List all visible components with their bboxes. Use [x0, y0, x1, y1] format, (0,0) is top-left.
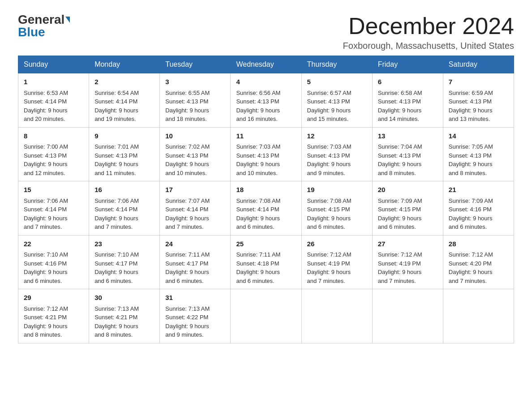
day-info: Sunrise: 7:03 AMSunset: 4:13 PMDaylight:… [307, 143, 352, 176]
calendar-day-cell [443, 289, 514, 343]
day-number: 5 [307, 77, 367, 87]
logo-triangle-icon [65, 17, 70, 23]
day-number: 18 [236, 185, 296, 195]
weekday-header-sunday: Sunday [18, 56, 89, 73]
day-number: 31 [165, 293, 225, 303]
calendar-day-cell: 4 Sunrise: 6:56 AMSunset: 4:13 PMDayligh… [231, 73, 301, 128]
weekday-header-friday: Friday [372, 56, 443, 73]
calendar-day-cell: 15 Sunrise: 7:06 AMSunset: 4:14 PMDaylig… [18, 181, 89, 235]
day-number: 15 [24, 185, 83, 195]
day-info: Sunrise: 7:06 AMSunset: 4:14 PMDaylight:… [94, 197, 139, 231]
logo-blue: Blue [18, 25, 45, 39]
day-number: 26 [307, 239, 367, 249]
calendar-day-cell [301, 289, 372, 343]
calendar-day-cell: 14 Sunrise: 7:05 AMSunset: 4:13 PMDaylig… [443, 127, 514, 181]
calendar-day-cell: 24 Sunrise: 7:11 AMSunset: 4:17 PMDaylig… [160, 235, 231, 289]
day-number: 10 [165, 131, 225, 141]
day-info: Sunrise: 7:12 AMSunset: 4:20 PMDaylight:… [449, 251, 493, 284]
day-number: 4 [236, 77, 296, 87]
day-info: Sunrise: 7:01 AMSunset: 4:13 PMDaylight:… [94, 143, 139, 176]
day-info: Sunrise: 6:57 AMSunset: 4:13 PMDaylight:… [307, 90, 352, 123]
day-info: Sunrise: 6:54 AMSunset: 4:14 PMDaylight:… [94, 90, 139, 123]
calendar-day-cell: 23 Sunrise: 7:10 AMSunset: 4:17 PMDaylig… [89, 235, 160, 289]
day-number: 16 [94, 185, 154, 195]
day-number: 20 [378, 185, 438, 195]
day-info: Sunrise: 7:11 AMSunset: 4:18 PMDaylight:… [236, 251, 280, 284]
day-number: 22 [24, 239, 83, 249]
weekday-header-thursday: Thursday [301, 56, 372, 73]
calendar-day-cell: 31 Sunrise: 7:13 AMSunset: 4:22 PMDaylig… [160, 289, 231, 343]
calendar-day-cell: 7 Sunrise: 6:59 AMSunset: 4:13 PMDayligh… [443, 73, 514, 128]
calendar-day-cell: 22 Sunrise: 7:10 AMSunset: 4:16 PMDaylig… [18, 235, 89, 289]
calendar-day-cell: 25 Sunrise: 7:11 AMSunset: 4:18 PMDaylig… [231, 235, 301, 289]
calendar-day-cell: 26 Sunrise: 7:12 AMSunset: 4:19 PMDaylig… [301, 235, 372, 289]
calendar-day-cell: 3 Sunrise: 6:55 AMSunset: 4:13 PMDayligh… [160, 73, 231, 128]
calendar-day-cell: 5 Sunrise: 6:57 AMSunset: 4:13 PMDayligh… [301, 73, 372, 128]
day-info: Sunrise: 7:05 AMSunset: 4:13 PMDaylight:… [449, 143, 493, 176]
weekday-header-row: SundayMondayTuesdayWednesdayThursdayFrid… [18, 56, 514, 73]
day-info: Sunrise: 7:03 AMSunset: 4:13 PMDaylight:… [236, 143, 280, 176]
day-info: Sunrise: 7:04 AMSunset: 4:13 PMDaylight:… [378, 143, 422, 176]
calendar-week-row: 15 Sunrise: 7:06 AMSunset: 4:14 PMDaylig… [18, 181, 514, 235]
weekday-header-wednesday: Wednesday [231, 56, 301, 73]
day-number: 29 [24, 293, 83, 303]
day-info: Sunrise: 6:55 AMSunset: 4:13 PMDaylight:… [165, 90, 210, 123]
weekday-header-tuesday: Tuesday [160, 56, 231, 73]
calendar-week-row: 8 Sunrise: 7:00 AMSunset: 4:13 PMDayligh… [18, 127, 514, 181]
weekday-header-saturday: Saturday [443, 56, 514, 73]
day-number: 12 [307, 131, 367, 141]
day-number: 27 [378, 239, 438, 249]
day-number: 1 [24, 77, 83, 87]
day-info: Sunrise: 7:12 AMSunset: 4:19 PMDaylight:… [307, 251, 352, 284]
day-number: 3 [165, 77, 225, 87]
day-number: 25 [236, 239, 296, 249]
day-number: 21 [449, 185, 508, 195]
location-subtitle: Foxborough, Massachusetts, United States [343, 41, 514, 51]
calendar-week-row: 29 Sunrise: 7:12 AMSunset: 4:21 PMDaylig… [18, 289, 514, 343]
calendar-day-cell [372, 289, 443, 343]
day-info: Sunrise: 7:12 AMSunset: 4:21 PMDaylight:… [24, 305, 68, 338]
day-number: 23 [94, 239, 154, 249]
day-info: Sunrise: 7:09 AMSunset: 4:16 PMDaylight:… [449, 197, 493, 231]
calendar-day-cell: 19 Sunrise: 7:08 AMSunset: 4:15 PMDaylig… [301, 181, 372, 235]
day-info: Sunrise: 7:13 AMSunset: 4:22 PMDaylight:… [165, 305, 210, 338]
calendar-day-cell: 27 Sunrise: 7:12 AMSunset: 4:19 PMDaylig… [372, 235, 443, 289]
logo: General Blue [18, 13, 70, 39]
day-number: 13 [378, 131, 438, 141]
calendar-day-cell: 18 Sunrise: 7:08 AMSunset: 4:14 PMDaylig… [231, 181, 301, 235]
calendar-day-cell: 9 Sunrise: 7:01 AMSunset: 4:13 PMDayligh… [89, 127, 160, 181]
day-number: 6 [378, 77, 438, 87]
calendar-day-cell: 1 Sunrise: 6:53 AMSunset: 4:14 PMDayligh… [18, 73, 89, 128]
calendar-day-cell: 29 Sunrise: 7:12 AMSunset: 4:21 PMDaylig… [18, 289, 89, 343]
day-info: Sunrise: 7:08 AMSunset: 4:15 PMDaylight:… [307, 197, 352, 231]
weekday-header-monday: Monday [89, 56, 160, 73]
day-number: 24 [165, 239, 225, 249]
day-info: Sunrise: 6:53 AMSunset: 4:14 PMDaylight:… [24, 90, 68, 123]
day-number: 17 [165, 185, 225, 195]
calendar-day-cell: 20 Sunrise: 7:09 AMSunset: 4:15 PMDaylig… [372, 181, 443, 235]
calendar-day-cell: 17 Sunrise: 7:07 AMSunset: 4:14 PMDaylig… [160, 181, 231, 235]
day-number: 2 [94, 77, 154, 87]
day-number: 8 [24, 131, 83, 141]
day-number: 11 [236, 131, 296, 141]
day-info: Sunrise: 7:07 AMSunset: 4:14 PMDaylight:… [165, 197, 210, 231]
page-header: General Blue December 2024 Foxborough, M… [18, 13, 514, 51]
day-info: Sunrise: 7:06 AMSunset: 4:14 PMDaylight:… [24, 197, 68, 231]
day-number: 14 [449, 131, 508, 141]
day-info: Sunrise: 7:10 AMSunset: 4:17 PMDaylight:… [94, 251, 139, 284]
day-info: Sunrise: 7:13 AMSunset: 4:21 PMDaylight:… [94, 305, 139, 338]
calendar-day-cell: 11 Sunrise: 7:03 AMSunset: 4:13 PMDaylig… [231, 127, 301, 181]
day-info: Sunrise: 7:11 AMSunset: 4:17 PMDaylight:… [165, 251, 210, 284]
day-number: 30 [94, 293, 154, 303]
calendar-day-cell: 16 Sunrise: 7:06 AMSunset: 4:14 PMDaylig… [89, 181, 160, 235]
day-info: Sunrise: 6:56 AMSunset: 4:13 PMDaylight:… [236, 90, 280, 123]
day-info: Sunrise: 7:02 AMSunset: 4:13 PMDaylight:… [165, 143, 210, 176]
calendar-table: SundayMondayTuesdayWednesdayThursdayFrid… [18, 56, 514, 343]
day-number: 9 [94, 131, 154, 141]
calendar-day-cell: 28 Sunrise: 7:12 AMSunset: 4:20 PMDaylig… [443, 235, 514, 289]
calendar-day-cell [231, 289, 301, 343]
calendar-week-row: 22 Sunrise: 7:10 AMSunset: 4:16 PMDaylig… [18, 235, 514, 289]
day-number: 28 [449, 239, 508, 249]
calendar-day-cell: 2 Sunrise: 6:54 AMSunset: 4:14 PMDayligh… [89, 73, 160, 128]
calendar-day-cell: 6 Sunrise: 6:58 AMSunset: 4:13 PMDayligh… [372, 73, 443, 128]
